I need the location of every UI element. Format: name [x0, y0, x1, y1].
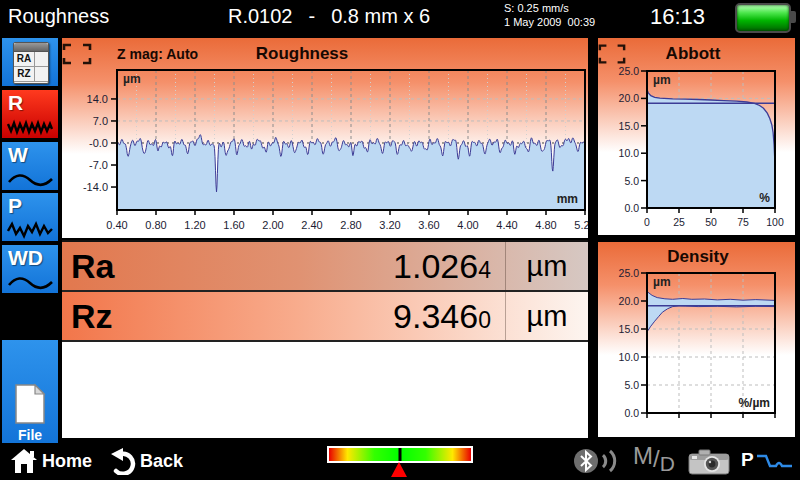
- svg-text:-7.0: -7.0: [89, 159, 108, 171]
- svg-text:75: 75: [737, 216, 749, 228]
- svg-text:25.0: 25.0: [619, 267, 640, 279]
- svg-text:0.0: 0.0: [624, 407, 639, 419]
- roughness-profile-panel: 0.400.801.201.602.002.402.803.203.604.00…: [62, 38, 588, 238]
- sidebar-item-label: WD: [8, 246, 43, 270]
- fullscreen-bracket-icon[interactable]: [598, 43, 626, 65]
- svg-text:mm: mm: [557, 192, 578, 206]
- camera-icon[interactable]: [688, 447, 730, 475]
- probe-position-level-bar[interactable]: [327, 446, 473, 463]
- svg-text:7.0: 7.0: [93, 115, 108, 127]
- svg-text:0: 0: [644, 216, 650, 228]
- sidebar-item-label: P: [8, 194, 22, 218]
- svg-text:2.80: 2.80: [340, 219, 361, 231]
- density-chart: 25.020.015.010.05.00.0µm%/µm: [598, 242, 795, 437]
- result-row-rz[interactable]: Rz 9.3460 µm: [62, 292, 588, 342]
- svg-text:14.0: 14.0: [87, 93, 108, 105]
- svg-text:100: 100: [766, 216, 784, 228]
- svg-text:20.0: 20.0: [619, 92, 640, 104]
- svg-text:3.60: 3.60: [418, 219, 439, 231]
- profile-mode-label: P: [741, 449, 754, 471]
- svg-text:2.40: 2.40: [301, 219, 322, 231]
- manual-data-toggle[interactable]: M/D: [633, 445, 675, 473]
- icon-row1-label: RA: [14, 52, 35, 66]
- level-center-tick: [399, 448, 402, 461]
- sidebar-item-roughness[interactable]: R: [2, 90, 58, 138]
- svg-text:5.20: 5.20: [574, 219, 588, 231]
- value-extra-digit: 0: [478, 307, 491, 333]
- primary-wave-icon: [7, 221, 53, 239]
- bluetooth-icon[interactable]: [572, 446, 628, 476]
- abbott-curve-panel: 25.020.015.010.05.00.00255075100µm% Abbo…: [598, 38, 795, 235]
- svg-text:0.80: 0.80: [145, 219, 166, 231]
- sidebar-item-waviness[interactable]: W: [2, 142, 58, 190]
- svg-text:0.0: 0.0: [624, 202, 639, 214]
- svg-text:50: 50: [705, 216, 717, 228]
- sidebar-item-primary[interactable]: P: [2, 193, 58, 241]
- sidebar-item-file[interactable]: File: [2, 340, 58, 446]
- sidebar-item-results-table[interactable]: RA RZ: [2, 38, 58, 86]
- home-label: Home: [42, 451, 92, 472]
- separator-dash: -: [309, 5, 316, 28]
- svg-text:0.40: 0.40: [106, 219, 127, 231]
- svg-text:5.0: 5.0: [624, 175, 639, 187]
- datetime-readout: 1 May 2009 00:39: [504, 16, 595, 28]
- back-button[interactable]: Back: [108, 447, 183, 475]
- sidebar-item-label: R: [8, 91, 23, 115]
- svg-text:15.0: 15.0: [619, 323, 640, 335]
- page-title: Roughness: [8, 5, 109, 28]
- results-table-icon: RA RZ: [13, 42, 49, 84]
- program-id: R.0102: [228, 5, 293, 28]
- battery-icon: [735, 3, 791, 33]
- profile-trace-icon[interactable]: [756, 453, 794, 471]
- density-panel: 25.020.015.010.05.00.0µm%/µm Density: [598, 242, 795, 437]
- chart-title: Roughness: [202, 44, 402, 64]
- svg-text:-0.0: -0.0: [89, 137, 108, 149]
- svg-text:3.20: 3.20: [379, 219, 400, 231]
- svg-text:10.0: 10.0: [619, 351, 640, 363]
- z-mag-setting[interactable]: Z mag: Auto: [117, 46, 198, 62]
- icon-row2-label: RZ: [14, 67, 35, 81]
- chart-title: Abbott: [628, 44, 758, 64]
- rough-wave-icon: [7, 118, 53, 136]
- file-button-label: File: [18, 427, 42, 443]
- results-table: Ra 1.0264 µm Rz 9.3460 µm: [62, 240, 588, 438]
- svg-text:1.60: 1.60: [223, 219, 244, 231]
- svg-text:5.0: 5.0: [624, 379, 639, 391]
- svg-text:4.40: 4.40: [496, 219, 517, 231]
- parameter-unit: µm: [505, 242, 588, 290]
- probe-position-pointer: [391, 462, 407, 477]
- svg-text:25.0: 25.0: [619, 65, 640, 77]
- roughness-profile-chart: 0.400.801.201.602.002.402.803.203.604.00…: [62, 38, 588, 238]
- parameter-unit: µm: [505, 292, 588, 340]
- parameter-value: 9.3460: [191, 297, 491, 336]
- sidebar-item-wd[interactable]: WD: [2, 245, 58, 293]
- svg-text:-14.0: -14.0: [83, 181, 108, 193]
- value-extra-digit: 4: [478, 257, 491, 283]
- svg-text:µm: µm: [653, 73, 671, 87]
- svg-text:20.0: 20.0: [619, 295, 640, 307]
- parameter-name: Rz: [62, 297, 191, 336]
- svg-text:25: 25: [673, 216, 685, 228]
- top-bar: Roughness R.0102 - 0.8 mm x 6 S: 0.25 mm…: [0, 0, 800, 33]
- smooth-wave-icon: [7, 273, 53, 291]
- svg-text:%: %: [759, 191, 770, 205]
- svg-text:4.00: 4.00: [457, 219, 478, 231]
- bottom-bar: Home Back M/D P: [0, 443, 800, 480]
- home-icon: [10, 447, 38, 475]
- svg-text:µm: µm: [653, 275, 671, 289]
- svg-text:2.00: 2.00: [262, 219, 283, 231]
- parameter-name: Ra: [62, 247, 191, 286]
- result-row-ra[interactable]: Ra 1.0264 µm: [62, 242, 588, 292]
- back-arrow-icon: [108, 447, 136, 475]
- chart-title: Density: [628, 247, 768, 267]
- smooth-wave-icon: [7, 170, 53, 188]
- svg-text:%/µm: %/µm: [738, 396, 770, 410]
- clock: 16:13: [650, 4, 705, 30]
- home-button[interactable]: Home: [10, 447, 92, 475]
- speed-readout: S: 0.25 mm/s: [504, 2, 569, 14]
- fullscreen-bracket-icon[interactable]: [62, 43, 92, 65]
- cutoff-setting: 0.8 mm x 6: [331, 5, 430, 28]
- svg-text:1.20: 1.20: [184, 219, 205, 231]
- measurement-settings: R.0102 - 0.8 mm x 6: [228, 5, 430, 28]
- parameter-value: 1.0264: [191, 247, 491, 286]
